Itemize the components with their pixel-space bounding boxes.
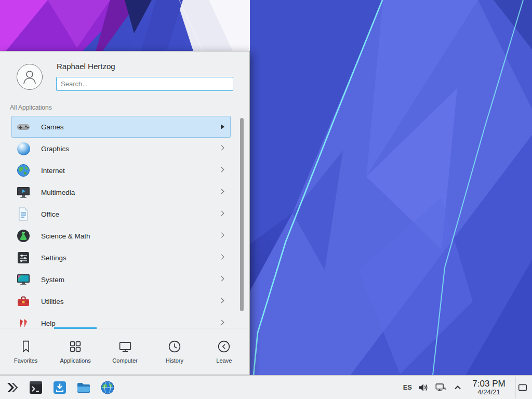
category-office[interactable]: Office <box>11 203 231 225</box>
science-math-icon <box>16 229 31 243</box>
favorites-icon <box>19 339 33 354</box>
tab-label: Applications <box>60 357 90 364</box>
taskbar: ES <box>0 375 532 399</box>
category-utilities[interactable]: Utilities <box>11 290 231 312</box>
category-settings[interactable]: Settings <box>11 247 231 269</box>
submenu-arrow-icon <box>219 255 224 260</box>
submenu-arrow-icon <box>219 145 224 151</box>
category-graphics[interactable]: Graphics <box>11 138 231 159</box>
multimedia-icon <box>16 185 31 200</box>
tab-leave[interactable]: Leave <box>200 328 249 375</box>
desktop: Raphael Hertzog All Applications Games <box>0 0 532 399</box>
section-label: All Applications <box>10 104 52 111</box>
user-icon <box>21 68 38 86</box>
clock-time: 7:03 PM <box>472 379 506 389</box>
tab-favorites[interactable]: Favorites <box>1 328 50 375</box>
submenu-arrow-icon <box>219 233 224 238</box>
list-scrollbar[interactable] <box>240 118 244 311</box>
tab-label: Favorites <box>14 357 37 364</box>
search-input[interactable] <box>56 77 233 91</box>
submenu-arrow-icon <box>219 167 224 172</box>
tab-applications[interactable]: Applications <box>50 328 100 375</box>
category-label: Settings <box>41 254 66 262</box>
category-label: Graphics <box>41 145 69 153</box>
app-launcher-icon[interactable] <box>3 379 20 396</box>
discover-icon[interactable] <box>51 379 68 396</box>
active-tab-indicator <box>54 327 97 329</box>
category-internet[interactable]: Internet <box>11 159 231 181</box>
category-label: Science & Math <box>41 232 90 240</box>
terminal-icon[interactable] <box>27 379 44 396</box>
file-manager-icon[interactable] <box>75 379 92 396</box>
system-icon <box>16 272 31 287</box>
tab-history[interactable]: History <box>150 328 199 375</box>
category-label: Games <box>41 123 64 131</box>
application-launcher-menu: Raphael Hertzog All Applications Games <box>0 51 250 375</box>
submenu-arrow-icon <box>219 298 224 303</box>
tab-label: Leave <box>216 357 232 364</box>
computer-icon <box>118 339 132 354</box>
applications-icon <box>68 339 83 354</box>
submenu-arrow-icon <box>219 276 224 282</box>
launcher-tab-bar: Favorites Applications <box>0 328 250 375</box>
category-label: Utilities <box>41 298 64 305</box>
submenu-arrow-icon <box>221 124 224 129</box>
taskbar-launchers <box>3 379 116 396</box>
category-label: Internet <box>41 167 65 175</box>
show-desktop-icon <box>517 382 528 393</box>
category-help[interactable]: Help <box>11 312 231 329</box>
settings-icon <box>16 250 31 265</box>
tab-label: History <box>166 357 183 364</box>
keyboard-layout-indicator[interactable]: ES <box>403 383 412 391</box>
submenu-arrow-icon <box>219 320 224 325</box>
category-label: Multimedia <box>41 189 75 196</box>
volume-icon[interactable] <box>418 382 429 393</box>
category-multimedia[interactable]: Multimedia <box>11 181 231 203</box>
graphics-icon <box>16 141 31 156</box>
tab-label: Computer <box>112 357 137 364</box>
system-tray: ES <box>403 377 529 398</box>
submenu-arrow-icon <box>219 189 224 194</box>
clock-date: 4/24/21 <box>472 389 506 396</box>
clock[interactable]: 7:03 PM 4/24/21 <box>472 379 506 396</box>
history-icon <box>167 339 182 354</box>
help-icon <box>16 316 31 329</box>
expand-arrow-icon[interactable] <box>452 382 463 393</box>
application-category-list: Games Graphics Interne <box>0 116 250 329</box>
user-avatar[interactable] <box>17 64 43 90</box>
office-icon <box>16 207 31 221</box>
internet-icon <box>16 163 31 178</box>
category-label: System <box>41 276 64 284</box>
games-icon <box>16 119 31 134</box>
category-label: Help <box>41 320 56 327</box>
tab-computer[interactable]: Computer <box>100 328 150 375</box>
network-icon[interactable] <box>435 382 446 393</box>
user-name: Raphael Hertzog <box>57 62 115 71</box>
show-desktop-button[interactable] <box>515 377 529 398</box>
category-system[interactable]: System <box>11 269 231 290</box>
category-games[interactable]: Games <box>11 116 231 138</box>
browser-globe-icon[interactable] <box>99 379 116 396</box>
utilities-icon <box>16 294 31 309</box>
leave-icon <box>217 339 231 354</box>
submenu-arrow-icon <box>219 211 224 216</box>
category-label: Office <box>41 210 59 218</box>
category-science-math[interactable]: Science & Math <box>11 225 231 247</box>
